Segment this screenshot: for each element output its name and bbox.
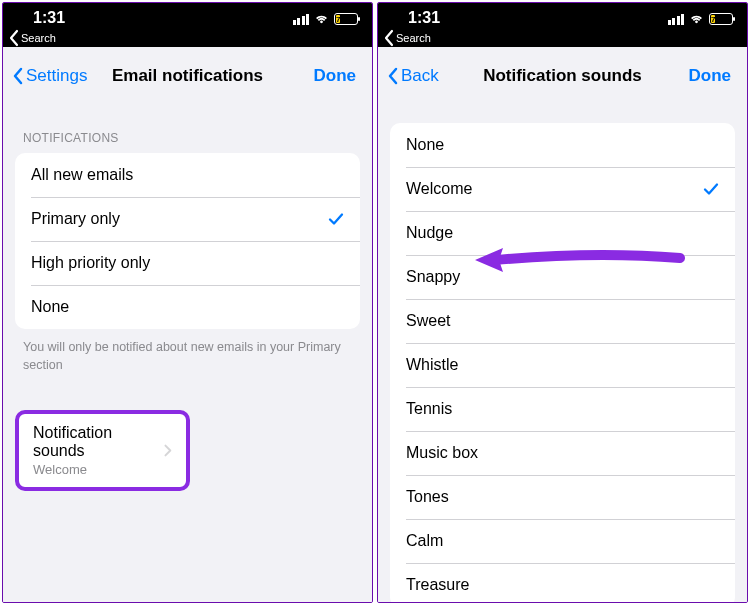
option-primary-only[interactable]: Primary only [15, 197, 360, 241]
status-breadcrumb-label: Search [396, 32, 431, 44]
option-label: Music box [406, 444, 478, 462]
chevron-left-icon [384, 29, 395, 47]
option-label: All new emails [31, 166, 133, 184]
screen-email-notifications: 1:31 Search 7 Settings Email notificatio… [2, 2, 373, 603]
sound-option-music-box[interactable]: Music box [390, 431, 735, 475]
option-label: Primary only [31, 210, 120, 228]
screen-notification-sounds: 1:31 Search 7 Back Notification sounds D… [377, 2, 748, 603]
sounds-options-group: None Welcome Nudge Snappy Sweet Whistle … [390, 123, 735, 602]
wifi-icon [314, 13, 329, 25]
chevron-right-icon [164, 444, 172, 457]
section-label-notifications: NOTIFICATIONS [23, 131, 352, 145]
sound-option-whistle[interactable]: Whistle [390, 343, 735, 387]
sound-option-sweet[interactable]: Sweet [390, 299, 735, 343]
status-breadcrumb-label: Search [21, 32, 56, 44]
option-label: Calm [406, 532, 443, 550]
nav-back-button[interactable]: Settings [13, 66, 87, 86]
content: NOTIFICATIONS All new emails Primary onl… [3, 101, 372, 602]
sounds-value: Welcome [33, 462, 164, 477]
nav-back-label: Settings [26, 66, 87, 86]
option-label: None [31, 298, 69, 316]
sound-option-calm[interactable]: Calm [390, 519, 735, 563]
status-time: 1:31 [408, 9, 440, 27]
status-right: 7 [668, 13, 734, 25]
chevron-left-icon [388, 67, 399, 85]
option-label: Nudge [406, 224, 453, 242]
option-label: Tones [406, 488, 449, 506]
battery-level: 7 [336, 15, 340, 23]
nav-done-button[interactable]: Done [689, 66, 732, 86]
sound-option-tennis[interactable]: Tennis [390, 387, 735, 431]
status-breadcrumb[interactable]: Search [384, 29, 431, 47]
battery-icon: 7 [334, 13, 358, 25]
sound-option-nudge[interactable]: Nudge [390, 211, 735, 255]
sound-option-tones[interactable]: Tones [390, 475, 735, 519]
check-icon [328, 211, 344, 227]
option-label: Treasure [406, 576, 469, 594]
option-all-new-emails[interactable]: All new emails [15, 153, 360, 197]
battery-level: 7 [711, 15, 715, 23]
notification-options-group: All new emails Primary only High priorit… [15, 153, 360, 329]
wifi-icon [689, 13, 704, 25]
chevron-left-icon [13, 67, 24, 85]
check-icon [703, 181, 719, 197]
option-label: Sweet [406, 312, 450, 330]
option-label: Whistle [406, 356, 458, 374]
chevron-left-icon [9, 29, 20, 47]
option-label: Welcome [406, 180, 472, 198]
navbar: Back Notification sounds Done [378, 51, 747, 101]
notification-sounds-item[interactable]: Notification sounds Welcome [15, 410, 190, 491]
option-high-priority-only[interactable]: High priority only [15, 241, 360, 285]
cellular-icon [668, 14, 685, 25]
sound-option-none[interactable]: None [390, 123, 735, 167]
sounds-title: Notification sounds [33, 424, 164, 460]
status-bar: 1:31 Search 7 [378, 3, 747, 47]
option-label: Tennis [406, 400, 452, 418]
nav-title: Email notifications [112, 66, 263, 86]
sound-option-snappy[interactable]: Snappy [390, 255, 735, 299]
sheet: Back Notification sounds Done None Welco… [378, 51, 747, 602]
sheet: Settings Email notifications Done NOTIFI… [3, 51, 372, 602]
status-breadcrumb[interactable]: Search [9, 29, 56, 47]
content: None Welcome Nudge Snappy Sweet Whistle … [378, 101, 747, 602]
status-bar: 1:31 Search 7 [3, 3, 372, 47]
sound-option-treasure[interactable]: Treasure [390, 563, 735, 602]
option-label: Snappy [406, 268, 460, 286]
nav-title: Notification sounds [483, 66, 642, 86]
nav-done-button[interactable]: Done [314, 66, 357, 86]
option-label: High priority only [31, 254, 150, 272]
option-none[interactable]: None [15, 285, 360, 329]
battery-icon: 7 [709, 13, 733, 25]
status-right: 7 [293, 13, 359, 25]
option-label: None [406, 136, 444, 154]
sound-option-welcome[interactable]: Welcome [390, 167, 735, 211]
cellular-icon [293, 14, 310, 25]
nav-back-button[interactable]: Back [388, 66, 439, 86]
navbar: Settings Email notifications Done [3, 51, 372, 101]
nav-back-label: Back [401, 66, 439, 86]
footer-note: You will only be notified about new emai… [23, 339, 352, 374]
status-time: 1:31 [33, 9, 65, 27]
